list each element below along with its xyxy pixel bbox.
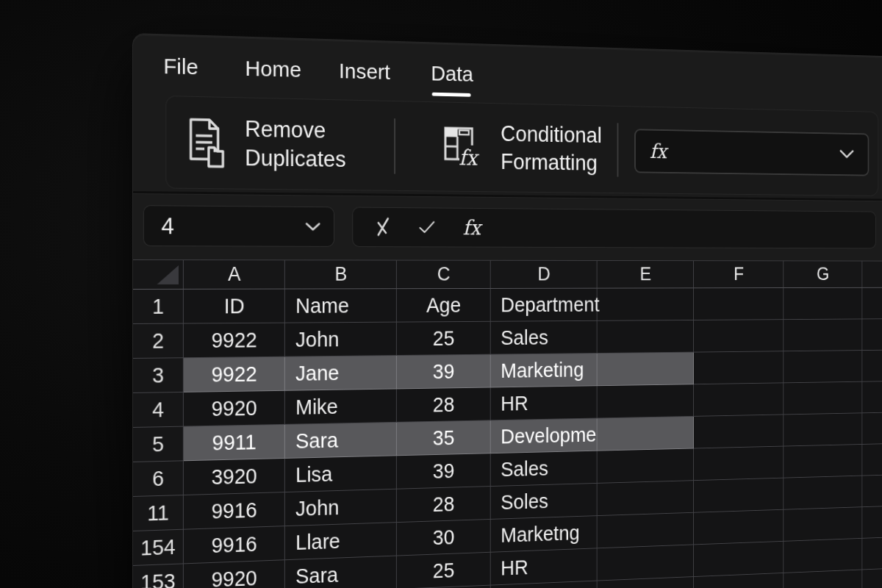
grid-cell[interactable] (862, 504, 882, 539)
column-header-E[interactable]: E (598, 261, 694, 289)
grid-cell[interactable]: Jane (285, 356, 397, 391)
grid-cell[interactable]: HR (491, 548, 598, 585)
grid-cell[interactable]: Name (285, 289, 397, 323)
column-header-A[interactable]: A (184, 260, 285, 290)
select-all-corner[interactable] (133, 260, 184, 290)
grid-cell[interactable]: 3920 (184, 459, 285, 495)
row-header[interactable]: 5 (133, 427, 184, 462)
grid-cell[interactable]: Lisa (285, 456, 397, 492)
remove-duplicates-button[interactable]: Remove Duplicates (187, 97, 346, 190)
grid-cell[interactable]: HR (491, 386, 598, 420)
grid-cell[interactable] (694, 288, 784, 320)
row-header[interactable]: 2 (133, 324, 184, 359)
tab-home[interactable]: Home (245, 56, 301, 82)
grid-cell[interactable] (784, 351, 862, 383)
grid-cell[interactable] (784, 382, 862, 415)
row-header[interactable]: 153 (133, 564, 184, 588)
grid-cell[interactable] (784, 507, 862, 542)
grid-cell[interactable] (862, 287, 882, 319)
grid-cell[interactable]: 39 (397, 453, 491, 490)
grid-cell[interactable] (598, 320, 694, 354)
grid-cell[interactable] (694, 478, 784, 513)
grid-cell[interactable]: Age (397, 289, 491, 323)
column-header-B[interactable]: B (285, 260, 397, 289)
grid-cell[interactable]: 35 (397, 420, 491, 456)
grid-cell[interactable]: Marketing (491, 354, 598, 387)
x-cancel-icon[interactable] (373, 216, 391, 237)
grid-cell[interactable] (862, 380, 882, 413)
grid-cell[interactable] (694, 542, 784, 577)
grid-cell[interactable] (862, 411, 882, 444)
grid-cell[interactable] (694, 383, 784, 417)
grid-cell[interactable]: 39 (397, 355, 491, 390)
grid-cell[interactable] (598, 353, 694, 387)
row-header[interactable]: 154 (133, 530, 184, 566)
grid-cell[interactable]: Sara (285, 556, 397, 588)
fx-function-icon[interactable]: fx (463, 215, 481, 240)
grid-cell[interactable] (598, 384, 694, 418)
grid-cell[interactable]: 9922 (184, 357, 285, 392)
grid-cell[interactable] (784, 570, 862, 588)
grid-cell[interactable] (598, 513, 694, 549)
grid-cell[interactable] (784, 319, 862, 351)
tab-file[interactable]: File (163, 54, 198, 79)
grid-cell[interactable] (862, 473, 882, 507)
row-header[interactable]: 3 (133, 358, 184, 393)
grid-cell[interactable] (598, 481, 694, 516)
grid-cell[interactable] (862, 349, 882, 381)
grid-cell[interactable]: John (285, 323, 397, 357)
grid-cell[interactable] (598, 288, 694, 321)
column-header-G[interactable]: G (784, 261, 862, 288)
column-header-F[interactable]: F (694, 261, 784, 288)
grid-cell[interactable] (862, 535, 882, 570)
grid-cell[interactable] (598, 545, 694, 581)
grid-cell[interactable]: 9916 (184, 492, 285, 530)
grid-cell[interactable]: Llare (285, 523, 397, 560)
formula-bar[interactable]: fx (352, 207, 876, 249)
grid-cell[interactable]: Development (491, 418, 598, 453)
conditional-formatting-button[interactable]: fx Conditional Formatting (443, 103, 602, 193)
column-header-C[interactable]: C (397, 261, 491, 290)
grid-cell[interactable]: 9920 (184, 560, 285, 588)
grid-cell[interactable]: 25 (397, 322, 491, 356)
grid-cell[interactable]: ID (184, 290, 285, 324)
checkmark-icon[interactable] (418, 217, 436, 238)
column-header-D[interactable]: D (491, 261, 598, 289)
formula-style-dropdown[interactable]: fx (634, 129, 869, 176)
grid-cell[interactable]: 28 (397, 387, 491, 422)
column-header[interactable] (862, 261, 882, 287)
tab-data[interactable]: Data (431, 61, 473, 86)
grid-cell[interactable] (862, 442, 882, 476)
grid-cell[interactable]: Sales (491, 321, 598, 355)
grid-cell[interactable] (694, 446, 784, 481)
grid-cell[interactable]: 25 (397, 553, 491, 588)
grid-cell[interactable]: 9922 (184, 323, 285, 359)
grid-cell[interactable]: 9911 (184, 425, 285, 461)
grid-cell[interactable] (784, 413, 862, 446)
grid-cell[interactable] (784, 445, 862, 478)
grid-cell[interactable]: 9916 (184, 526, 285, 564)
grid-cell[interactable]: Sara (285, 423, 397, 459)
grid-cell[interactable]: 30 (397, 520, 491, 556)
grid-cell[interactable]: Marketng (491, 516, 598, 553)
grid-cell[interactable] (694, 415, 784, 448)
grid-cell[interactable] (694, 320, 784, 352)
grid-cell[interactable]: Mike (285, 389, 397, 424)
grid-cell[interactable] (784, 539, 862, 573)
chevron-down-icon[interactable] (304, 221, 321, 232)
grid-cell[interactable]: John (285, 490, 397, 526)
row-header[interactable]: 6 (133, 461, 184, 497)
grid-cell[interactable]: Sales (491, 451, 598, 487)
grid-cell[interactable] (598, 417, 694, 451)
grid-cell[interactable] (598, 448, 694, 483)
grid-cell[interactable]: Soles (491, 484, 598, 520)
tab-insert[interactable]: Insert (339, 59, 390, 85)
grid-cell[interactable] (694, 510, 784, 545)
grid-cell[interactable]: 28 (397, 487, 491, 523)
grid-cell[interactable] (784, 476, 862, 510)
grid-cell[interactable] (694, 351, 784, 384)
grid-cell[interactable] (784, 288, 862, 320)
row-header[interactable]: 1 (133, 290, 184, 324)
grid-cell[interactable]: Department (491, 289, 598, 322)
row-header[interactable]: 4 (133, 392, 184, 428)
